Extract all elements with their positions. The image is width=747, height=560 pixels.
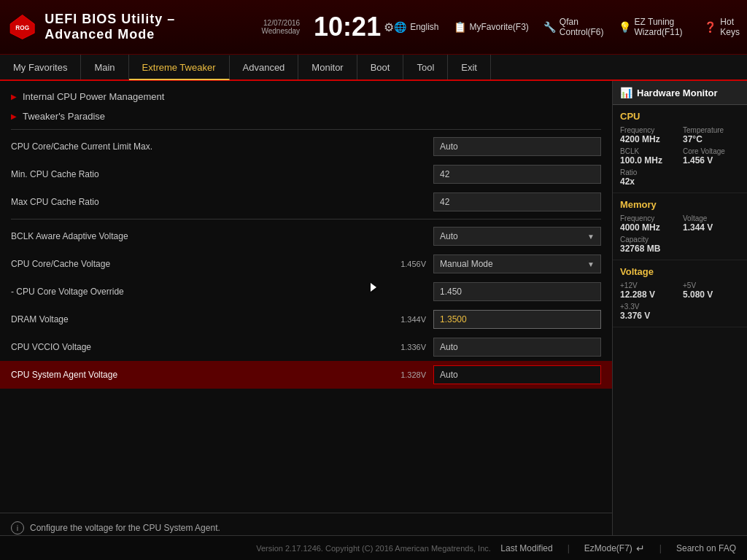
header-nav: 🌐 English 📋 MyFavorite(F3) 🔧 Qfan Contro…	[394, 17, 740, 37]
myfavorite-item[interactable]: 📋 MyFavorite(F3)	[454, 21, 529, 33]
hw-v5-value: 5.080 V	[683, 289, 740, 300]
current-cpu-core-cache-voltage: 1.456V	[390, 260, 426, 268]
info-text: Configure the voltage for the CPU System…	[30, 523, 220, 533]
label-min-cpu-cache-ratio: Min. CPU Cache Ratio	[11, 169, 244, 179]
section-arrow2-icon: ▶	[11, 112, 17, 120]
settings-list: ▶ Internal CPU Power Management ▶ Tweake…	[0, 81, 612, 513]
language-item[interactable]: 🌐 English	[394, 21, 438, 33]
input-max-cpu-cache-ratio[interactable]: 42	[433, 192, 601, 211]
hw-v12-label: +12V	[620, 281, 677, 289]
tab-advanced[interactable]: Advanced	[230, 55, 299, 79]
input-cpu-core-cache-current-limit[interactable]: Auto	[433, 137, 601, 156]
current-dram-voltage: 1.344V	[390, 315, 426, 324]
input-cpu-vccio-voltage[interactable]: Auto	[433, 338, 601, 357]
hw-v33-label: +3.3V	[620, 303, 677, 311]
label-cpu-core-voltage-override: - CPU Core Voltage Override	[11, 287, 244, 297]
myfavorite-label: MyFavorite(F3)	[470, 22, 529, 32]
row-cpu-vccio-voltage[interactable]: CPU VCCIO Voltage 1.336V Auto	[0, 333, 612, 361]
hw-monitor-icon: 📊	[620, 87, 632, 98]
last-modified-button[interactable]: Last Modified	[500, 543, 552, 553]
hw-memory-title: Memory	[620, 199, 740, 210]
tab-monitor[interactable]: Monitor	[298, 55, 357, 79]
row-min-cpu-cache-ratio[interactable]: Min. CPU Cache Ratio 42	[0, 160, 612, 188]
app-title: UEFI BIOS Utility – Advanced Mode	[44, 12, 247, 42]
dropdown-arrow-icon: ▼	[587, 233, 595, 241]
tab-exit[interactable]: Exit	[448, 55, 491, 79]
myfavorite-icon: 📋	[454, 21, 466, 33]
hw-memory-grid: Frequency 4000 MHz Voltage 1.344 V Capac…	[620, 214, 740, 254]
hw-cpu-freq-label: Frequency	[620, 126, 677, 134]
input-cpu-core-voltage-override[interactable]: 1.450	[433, 282, 601, 301]
hw-cpu-ratio-label: Ratio	[620, 168, 677, 176]
hw-cpu-corevolt-label: Core Voltage	[683, 147, 740, 155]
row-max-cpu-cache-ratio[interactable]: Max CPU Cache Ratio 42	[0, 188, 612, 216]
hotkeys-label: Hot Keys	[720, 17, 740, 37]
hw-cpu-grid: Frequency 4200 MHz Temperature 37°C BCLK…	[620, 126, 740, 187]
date: 12/07/2016	[263, 19, 300, 27]
row-cpu-system-agent-voltage[interactable]: CPU System Agent Voltage 1.328V Auto	[0, 361, 612, 389]
row-cpu-core-cache-voltage[interactable]: CPU Core/Cache Voltage 1.456V Manual Mod…	[0, 250, 612, 278]
hw-cpu-bclk-value: 100.0 MHz	[620, 155, 677, 166]
hw-cpu-corevolt-value: 1.456 V	[683, 155, 740, 166]
section-tweakers-paradise[interactable]: ▶ Tweaker's Paradise	[0, 106, 612, 126]
main-layout: ▶ Internal CPU Power Management ▶ Tweake…	[0, 81, 747, 560]
hw-mem-volt-label: Voltage	[683, 214, 740, 222]
divider-2	[11, 219, 601, 219]
hw-mem-freq-value: 4000 MHz	[620, 222, 677, 233]
hw-section-cpu: CPU Frequency 4200 MHz Temperature 37°C …	[613, 105, 747, 193]
divider-1	[11, 129, 601, 130]
svg-text:ROG: ROG	[15, 25, 29, 31]
hw-v5-label: +5V	[683, 281, 740, 289]
footer-divider-2: |	[659, 543, 662, 553]
ez-tuning-item[interactable]: 💡 EZ Tuning Wizard(F11)	[619, 17, 690, 37]
dropdown-bclk-aware[interactable]: Auto ▼	[433, 227, 601, 246]
hotkeys-item[interactable]: ❓ Hot Keys	[704, 17, 740, 37]
label-cpu-core-cache-voltage: CPU Core/Cache Voltage	[11, 259, 244, 269]
ez-mode-button[interactable]: EzMode(F7) ↵	[584, 542, 645, 554]
qfan-item[interactable]: 🔧 Qfan Control(F6)	[543, 17, 604, 37]
ez-mode-icon: ↵	[636, 542, 645, 554]
hw-mem-freq-label: Frequency	[620, 214, 677, 222]
ez-tuning-label: EZ Tuning Wizard(F11)	[635, 17, 690, 37]
label-dram-voltage: DRAM Voltage	[11, 314, 244, 324]
label-cpu-vccio-voltage: CPU VCCIO Voltage	[11, 342, 244, 352]
section-internal-cpu[interactable]: ▶ Internal CPU Power Management	[0, 87, 612, 106]
hw-section-voltage: Voltage +12V 12.288 V +5V 5.080 V +3.3V …	[613, 260, 747, 327]
tab-extreme-tweaker[interactable]: Extreme Tweaker	[129, 55, 230, 80]
content-area: ▶ Internal CPU Power Management ▶ Tweake…	[0, 81, 612, 560]
row-cpu-core-cache-current-limit[interactable]: CPU Core/Cache Current Limit Max. Auto	[0, 133, 612, 160]
footer-divider-1: |	[568, 543, 570, 553]
asus-logo: ROG	[7, 9, 37, 45]
ez-tuning-icon: 💡	[619, 21, 631, 33]
section-arrow-icon: ▶	[11, 93, 17, 101]
qfan-icon: 🔧	[543, 21, 556, 33]
settings-gear-icon[interactable]: ⚙	[384, 20, 394, 34]
search-faq-label: Search on FAQ	[676, 543, 736, 553]
hw-cpu-ratio-value: 42x	[620, 176, 677, 187]
dropdown-cpu-core-cache-voltage[interactable]: Manual Mode ▼	[433, 254, 601, 273]
hw-cpu-bclk-label: BCLK	[620, 147, 677, 155]
row-cpu-core-voltage-override[interactable]: - CPU Core Voltage Override 1.450	[0, 278, 612, 306]
tab-tool[interactable]: Tool	[403, 55, 448, 79]
input-cpu-system-agent-voltage[interactable]: Auto	[433, 365, 601, 384]
input-min-cpu-cache-ratio[interactable]: 42	[433, 165, 601, 184]
hw-v12-value: 12.288 V	[620, 289, 677, 300]
hw-monitor: 📊 Hardware Monitor CPU Frequency 4200 MH…	[612, 81, 747, 560]
tab-my-favorites[interactable]: My Favorites	[0, 55, 81, 79]
hw-section-memory: Memory Frequency 4000 MHz Voltage 1.344 …	[613, 193, 747, 260]
day: Wednesday	[261, 27, 300, 35]
value-cpu-system-agent-voltage: Auto	[433, 365, 601, 384]
clock: 10:21	[314, 12, 381, 42]
section-internal-cpu-label: Internal CPU Power Management	[23, 91, 164, 102]
row-dram-voltage[interactable]: DRAM Voltage 1.344V 1.3500	[0, 306, 612, 333]
row-bclk-aware[interactable]: BCLK Aware Adaptive Voltage Auto ▼	[0, 222, 612, 250]
hw-mem-cap-value: 32768 MB	[620, 244, 740, 254]
value-min-cpu-cache-ratio: 42	[433, 165, 601, 184]
label-max-cpu-cache-ratio: Max CPU Cache Ratio	[11, 197, 244, 207]
tab-main[interactable]: Main	[81, 55, 128, 79]
hw-monitor-title: 📊 Hardware Monitor	[613, 81, 747, 105]
tab-boot[interactable]: Boot	[357, 55, 404, 79]
input-dram-voltage[interactable]: 1.3500	[433, 310, 601, 329]
search-faq-button[interactable]: Search on FAQ	[676, 543, 736, 553]
hw-voltage-title: Voltage	[620, 266, 740, 277]
